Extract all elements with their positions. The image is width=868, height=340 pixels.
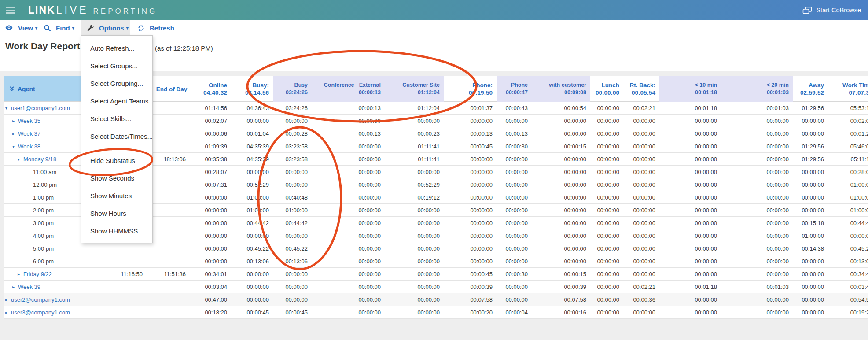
cell-phone-sub: 00:00:00 bbox=[497, 281, 532, 293]
caret-down-icon[interactable]: ▾ bbox=[18, 157, 23, 162]
table-row[interactable]: ▸user3@company1.com00:18:2000:00:4500:00… bbox=[4, 306, 868, 319]
row-label[interactable]: Week 38 bbox=[18, 143, 40, 150]
column-total-value: 00:01:03 bbox=[721, 89, 789, 96]
cell-cust-site: 00:00:00 bbox=[385, 293, 444, 306]
cell-conf-ext: 00:00:00 bbox=[312, 229, 385, 242]
column-header-away[interactable]: Away02:59:52 bbox=[793, 76, 828, 102]
row-label: 11:00 am bbox=[33, 169, 56, 175]
menu-item-show-hhmmss[interactable]: Show HHMMSS bbox=[81, 222, 152, 240]
table-row[interactable]: ▸Friday 9/2211:16:5011:51:3600:34:0100:0… bbox=[4, 268, 868, 281]
cell-phone-total: 00:00:39 bbox=[444, 281, 497, 293]
caret-down-icon[interactable]: ▾ bbox=[5, 106, 11, 111]
row-label[interactable]: user1@company1.com bbox=[11, 105, 70, 111]
caret-right-icon[interactable]: ▸ bbox=[12, 131, 18, 136]
hamburger-menu-icon[interactable] bbox=[6, 7, 15, 14]
row-label: 2:00 pm bbox=[33, 207, 54, 214]
agent-tree-cell: ▸Friday 9/22 bbox=[4, 268, 101, 280]
row-label[interactable]: user2@company1.com bbox=[11, 296, 70, 303]
find-menu-button[interactable]: Find▾ bbox=[44, 20, 74, 35]
view-menu-button[interactable]: View▾ bbox=[5, 20, 37, 35]
menu-item-show-seconds[interactable]: Show Seconds bbox=[81, 169, 152, 187]
table-row[interactable]: 5:00 pm00:00:0000:45:2200:45:2200:00:000… bbox=[4, 242, 868, 255]
cell-with-customer: 00:00:15 bbox=[532, 268, 590, 280]
cell-rt-back: 00:00:00 bbox=[623, 229, 659, 242]
column-header-rt-back[interactable]: Rt. Back:00:05:54 bbox=[623, 76, 659, 102]
cell-lunch: 00:00:00 bbox=[590, 306, 623, 318]
menu-item-show-minutes[interactable]: Show Minutes bbox=[81, 187, 152, 204]
column-header-online[interactable]: Online04:40:32 bbox=[198, 76, 231, 102]
cell-with-customer: 00:00:16 bbox=[532, 306, 590, 318]
row-label[interactable]: Week 35 bbox=[18, 118, 40, 124]
cell-online: 00:00:00 bbox=[198, 229, 231, 242]
cell-busy-total: 00:00:00 bbox=[231, 115, 273, 127]
cell-rt-back: 00:00:36 bbox=[623, 293, 659, 306]
cell-cust-site: 00:00:00 bbox=[385, 281, 444, 293]
menu-item-select-grouping[interactable]: Select Grouping... bbox=[81, 74, 152, 92]
column-header-busy-sub[interactable]: Busy03:24:26 bbox=[273, 76, 312, 102]
caret-right-icon[interactable]: ▸ bbox=[12, 285, 18, 289]
row-label[interactable]: user3@company1.com bbox=[11, 309, 70, 316]
cell-phone-total: 00:00:00 bbox=[444, 153, 497, 165]
cell-cust-site: 00:00:00 bbox=[385, 217, 444, 229]
menu-item-select-dates-times[interactable]: Select Dates/Times... bbox=[81, 127, 152, 145]
menu-item-select-agent-teams[interactable]: Select Agent Teams... bbox=[81, 92, 152, 110]
column-header-lt-20-min[interactable]: < 20 min00:01:03 bbox=[721, 76, 793, 102]
column-header-phone-total[interactable]: Phone:00:19:50 bbox=[444, 76, 497, 102]
toolbar: View▾Find▾Options▾Refresh bbox=[0, 20, 868, 35]
column-header-cust-site[interactable]: Customer Site01:12:04 bbox=[385, 76, 444, 102]
cell-busy-sub: 00:00:00 bbox=[273, 293, 312, 306]
menu-item-select-skills[interactable]: Select Skills... bbox=[81, 110, 152, 127]
column-header-with-customer[interactable]: with customer00:09:08 bbox=[532, 76, 590, 102]
start-cobrowse-label: Start CoBrowse bbox=[816, 7, 861, 14]
menu-item-select-groups[interactable]: Select Groups... bbox=[81, 57, 152, 74]
cell-phone-sub: 00:00:00 bbox=[497, 166, 532, 178]
options-menu-button[interactable]: Options▾ bbox=[87, 20, 129, 35]
cell-away: 00:00:00 bbox=[793, 166, 828, 178]
cell-away: 00:00:00 bbox=[793, 281, 828, 293]
cell-conf-ext: 00:00:00 bbox=[312, 191, 385, 203]
column-header-lt-10-min[interactable]: < 10 min00:01:18 bbox=[659, 76, 721, 102]
cell-work-time: 00:28:0 bbox=[828, 166, 868, 178]
table-row[interactable]: 6:00 pm00:00:0000:13:0600:13:0600:00:000… bbox=[4, 255, 868, 268]
cell-online: 00:00:00 bbox=[198, 217, 231, 229]
cell-conf-ext: 00:00:00 bbox=[312, 255, 385, 267]
table-row[interactable]: ▸Week 3900:03:0400:00:0000:00:0000:00:00… bbox=[4, 281, 868, 293]
cell-busy-total: 04:36:43 bbox=[231, 102, 273, 114]
row-label[interactable]: Monday 9/18 bbox=[23, 156, 56, 163]
caret-right-icon[interactable]: ▸ bbox=[5, 297, 11, 302]
table-row[interactable]: ▸user2@company1.com00:47:0000:00:0000:00… bbox=[4, 293, 868, 306]
refresh-menu-button[interactable]: Refresh bbox=[138, 20, 174, 35]
menu-item-hide-substatus[interactable]: Hide Substatus bbox=[81, 152, 152, 169]
wrench-icon bbox=[87, 25, 96, 31]
cell-cust-site: 00:00:00 bbox=[385, 255, 444, 267]
caret-right-icon[interactable]: ▸ bbox=[12, 118, 18, 123]
cell-away: 00:00:00 bbox=[793, 178, 828, 191]
caret-right-icon[interactable]: ▸ bbox=[18, 272, 23, 277]
menu-item-auto-refresh[interactable]: Auto Refresh... bbox=[81, 39, 152, 57]
cell-busy-total: 00:00:00 bbox=[231, 229, 273, 242]
refresh-icon bbox=[138, 25, 147, 31]
row-label[interactable]: Week 39 bbox=[18, 284, 40, 290]
caret-right-icon[interactable]: ▸ bbox=[5, 310, 11, 315]
start-cobrowse-button[interactable]: Start CoBrowse bbox=[796, 0, 868, 20]
cell-conf-ext: 00:00:00 bbox=[312, 293, 385, 306]
caret-down-icon[interactable]: ▾ bbox=[12, 144, 18, 149]
cell-busy-sub: 00:00:00 bbox=[273, 166, 312, 178]
row-label[interactable]: Week 37 bbox=[18, 130, 40, 137]
column-header-phone-sub[interactable]: Phone00:00:47 bbox=[497, 76, 532, 102]
cell-with-customer: 00:00:00 bbox=[532, 255, 590, 267]
cell-lt-20-min: 00:00:00 bbox=[721, 217, 793, 229]
column-header-busy-total[interactable]: Busy:03:14:56 bbox=[231, 76, 273, 102]
column-header-conf-ext[interactable]: Conference - External00:00:13 bbox=[312, 76, 385, 102]
column-header-lunch[interactable]: Lunch00:00:00 bbox=[590, 76, 623, 102]
row-label: 3:00 pm bbox=[33, 220, 54, 226]
cell-busy-total: 00:00:00 bbox=[231, 268, 273, 280]
column-header-work-time[interactable]: Work Tim07:07:3 bbox=[828, 76, 868, 102]
menu-item-show-hours[interactable]: Show Hours bbox=[81, 204, 152, 222]
column-total-value: 00:09:08 bbox=[532, 89, 586, 96]
cell-work-time: 00:02:0 bbox=[828, 115, 868, 127]
cell-phone-sub: 00:00:00 bbox=[497, 293, 532, 306]
cell-rt-back: 00:00:00 bbox=[623, 191, 659, 203]
cell-cust-site: 00:19:12 bbox=[385, 191, 444, 203]
row-label[interactable]: Friday 9/22 bbox=[23, 271, 52, 277]
